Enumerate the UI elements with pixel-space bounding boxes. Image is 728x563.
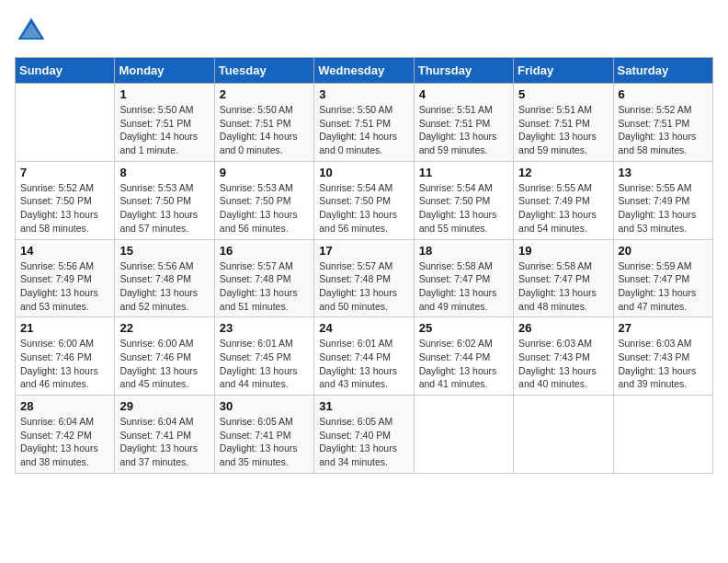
day-info: Sunrise: 6:02 AMSunset: 7:44 PMDaylight:… bbox=[419, 337, 508, 391]
day-info: Sunrise: 6:04 AMSunset: 7:42 PMDaylight:… bbox=[20, 415, 109, 469]
column-header-saturday: Saturday bbox=[613, 58, 712, 84]
day-info: Sunrise: 5:52 AMSunset: 7:50 PMDaylight:… bbox=[20, 181, 109, 236]
calendar-cell: 13Sunrise: 5:55 AMSunset: 7:49 PMDayligh… bbox=[613, 161, 712, 239]
calendar-table: SundayMondayTuesdayWednesdayThursdayFrid… bbox=[15, 57, 713, 474]
calendar-cell: 19Sunrise: 5:58 AMSunset: 7:47 PMDayligh… bbox=[514, 239, 613, 317]
calendar-week-row: 21Sunrise: 6:00 AMSunset: 7:46 PMDayligh… bbox=[16, 317, 713, 396]
day-info: Sunrise: 5:51 AMSunset: 7:51 PMDaylight:… bbox=[518, 103, 608, 157]
day-number: 23 bbox=[220, 321, 309, 335]
calendar-cell: 28Sunrise: 6:04 AMSunset: 7:42 PMDayligh… bbox=[16, 396, 115, 474]
day-info: Sunrise: 5:53 AMSunset: 7:50 PMDaylight:… bbox=[220, 181, 309, 236]
calendar-cell: 11Sunrise: 5:54 AMSunset: 7:50 PMDayligh… bbox=[414, 161, 513, 239]
calendar-cell: 30Sunrise: 6:05 AMSunset: 7:41 PMDayligh… bbox=[214, 396, 313, 474]
day-number: 19 bbox=[518, 244, 608, 258]
day-number: 26 bbox=[518, 321, 608, 335]
day-info: Sunrise: 5:57 AMSunset: 7:48 PMDaylight:… bbox=[319, 259, 408, 314]
day-number: 27 bbox=[619, 321, 708, 335]
day-number: 24 bbox=[319, 321, 408, 335]
day-info: Sunrise: 6:05 AMSunset: 7:41 PMDaylight:… bbox=[220, 415, 309, 469]
day-info: Sunrise: 5:55 AMSunset: 7:49 PMDaylight:… bbox=[619, 181, 708, 236]
day-info: Sunrise: 5:59 AMSunset: 7:47 PMDaylight:… bbox=[619, 259, 708, 314]
day-info: Sunrise: 6:01 AMSunset: 7:45 PMDaylight:… bbox=[220, 337, 309, 391]
calendar-week-row: 1Sunrise: 5:50 AMSunset: 7:51 PMDaylight… bbox=[16, 84, 713, 162]
day-info: Sunrise: 5:54 AMSunset: 7:50 PMDaylight:… bbox=[419, 181, 508, 236]
day-number: 11 bbox=[419, 166, 508, 179]
calendar-cell: 6Sunrise: 5:52 AMSunset: 7:51 PMDaylight… bbox=[613, 84, 712, 162]
calendar-cell: 24Sunrise: 6:01 AMSunset: 7:44 PMDayligh… bbox=[314, 317, 414, 396]
calendar-cell: 10Sunrise: 5:54 AMSunset: 7:50 PMDayligh… bbox=[314, 161, 414, 239]
day-info: Sunrise: 5:56 AMSunset: 7:48 PMDaylight:… bbox=[119, 259, 209, 314]
calendar-cell: 2Sunrise: 5:50 AMSunset: 7:51 PMDaylight… bbox=[214, 84, 313, 162]
calendar-cell bbox=[514, 396, 613, 474]
day-info: Sunrise: 6:03 AMSunset: 7:43 PMDaylight:… bbox=[619, 337, 708, 391]
calendar-cell: 12Sunrise: 5:55 AMSunset: 7:49 PMDayligh… bbox=[514, 161, 613, 239]
calendar-cell: 14Sunrise: 5:56 AMSunset: 7:49 PMDayligh… bbox=[16, 239, 115, 317]
calendar-cell: 27Sunrise: 6:03 AMSunset: 7:43 PMDayligh… bbox=[613, 317, 712, 396]
day-number: 15 bbox=[119, 244, 209, 258]
day-number: 1 bbox=[119, 87, 209, 101]
day-info: Sunrise: 5:55 AMSunset: 7:49 PMDaylight:… bbox=[518, 181, 608, 236]
column-header-tuesday: Tuesday bbox=[214, 58, 313, 84]
column-header-friday: Friday bbox=[514, 58, 613, 84]
day-info: Sunrise: 5:56 AMSunset: 7:49 PMDaylight:… bbox=[20, 259, 109, 314]
calendar-cell: 1Sunrise: 5:50 AMSunset: 7:51 PMDaylight… bbox=[115, 84, 214, 162]
day-info: Sunrise: 5:53 AMSunset: 7:50 PMDaylight:… bbox=[119, 181, 209, 236]
column-header-thursday: Thursday bbox=[414, 58, 513, 84]
day-info: Sunrise: 5:54 AMSunset: 7:50 PMDaylight:… bbox=[319, 181, 408, 236]
day-info: Sunrise: 6:00 AMSunset: 7:46 PMDaylight:… bbox=[119, 337, 209, 391]
column-header-monday: Monday bbox=[115, 58, 214, 84]
day-number: 10 bbox=[319, 166, 408, 179]
day-number: 21 bbox=[20, 321, 109, 335]
day-info: Sunrise: 5:50 AMSunset: 7:51 PMDaylight:… bbox=[119, 103, 209, 157]
calendar-cell: 8Sunrise: 5:53 AMSunset: 7:50 PMDaylight… bbox=[115, 161, 214, 239]
day-number: 20 bbox=[619, 244, 708, 258]
day-info: Sunrise: 5:51 AMSunset: 7:51 PMDaylight:… bbox=[419, 103, 508, 157]
day-info: Sunrise: 6:05 AMSunset: 7:40 PMDaylight:… bbox=[319, 415, 408, 469]
calendar-cell: 7Sunrise: 5:52 AMSunset: 7:50 PMDaylight… bbox=[16, 161, 115, 239]
calendar-cell: 23Sunrise: 6:01 AMSunset: 7:45 PMDayligh… bbox=[214, 317, 313, 396]
day-number: 7 bbox=[20, 166, 109, 179]
calendar-cell: 18Sunrise: 5:58 AMSunset: 7:47 PMDayligh… bbox=[414, 239, 513, 317]
calendar-cell: 31Sunrise: 6:05 AMSunset: 7:40 PMDayligh… bbox=[314, 396, 414, 474]
day-number: 2 bbox=[220, 87, 309, 101]
day-number: 14 bbox=[20, 244, 109, 258]
day-number: 9 bbox=[220, 166, 309, 179]
day-number: 31 bbox=[319, 399, 408, 413]
calendar-cell: 21Sunrise: 6:00 AMSunset: 7:46 PMDayligh… bbox=[16, 317, 115, 396]
calendar-cell: 26Sunrise: 6:03 AMSunset: 7:43 PMDayligh… bbox=[514, 317, 613, 396]
day-number: 16 bbox=[220, 244, 309, 258]
calendar-cell bbox=[613, 396, 712, 474]
calendar-cell: 9Sunrise: 5:53 AMSunset: 7:50 PMDaylight… bbox=[214, 161, 313, 239]
calendar-cell: 4Sunrise: 5:51 AMSunset: 7:51 PMDaylight… bbox=[414, 84, 513, 162]
day-number: 3 bbox=[319, 87, 408, 101]
calendar-week-row: 7Sunrise: 5:52 AMSunset: 7:50 PMDaylight… bbox=[16, 161, 713, 239]
day-number: 25 bbox=[419, 321, 508, 335]
day-number: 29 bbox=[119, 399, 209, 413]
day-info: Sunrise: 5:58 AMSunset: 7:47 PMDaylight:… bbox=[518, 259, 608, 314]
day-info: Sunrise: 5:50 AMSunset: 7:51 PMDaylight:… bbox=[220, 103, 309, 157]
day-info: Sunrise: 6:03 AMSunset: 7:43 PMDaylight:… bbox=[518, 337, 608, 391]
calendar-cell: 16Sunrise: 5:57 AMSunset: 7:48 PMDayligh… bbox=[214, 239, 313, 317]
logo-icon bbox=[15, 15, 48, 48]
day-info: Sunrise: 5:57 AMSunset: 7:48 PMDaylight:… bbox=[220, 259, 309, 314]
calendar-header-row: SundayMondayTuesdayWednesdayThursdayFrid… bbox=[16, 58, 713, 84]
calendar-cell: 22Sunrise: 6:00 AMSunset: 7:46 PMDayligh… bbox=[115, 317, 214, 396]
day-number: 13 bbox=[619, 166, 708, 179]
calendar-cell: 25Sunrise: 6:02 AMSunset: 7:44 PMDayligh… bbox=[414, 317, 513, 396]
column-header-wednesday: Wednesday bbox=[314, 58, 414, 84]
day-info: Sunrise: 6:00 AMSunset: 7:46 PMDaylight:… bbox=[20, 337, 109, 391]
day-number: 4 bbox=[419, 87, 508, 101]
day-number: 5 bbox=[518, 87, 608, 101]
calendar-cell: 5Sunrise: 5:51 AMSunset: 7:51 PMDaylight… bbox=[514, 84, 613, 162]
day-info: Sunrise: 5:52 AMSunset: 7:51 PMDaylight:… bbox=[619, 103, 708, 157]
day-number: 6 bbox=[619, 87, 708, 101]
calendar-cell: 3Sunrise: 5:50 AMSunset: 7:51 PMDaylight… bbox=[314, 84, 414, 162]
day-info: Sunrise: 6:04 AMSunset: 7:41 PMDaylight:… bbox=[119, 415, 209, 469]
day-info: Sunrise: 5:50 AMSunset: 7:51 PMDaylight:… bbox=[319, 103, 408, 157]
calendar-cell: 15Sunrise: 5:56 AMSunset: 7:48 PMDayligh… bbox=[115, 239, 214, 317]
day-number: 30 bbox=[220, 399, 309, 413]
day-number: 18 bbox=[419, 244, 508, 258]
calendar-cell bbox=[16, 84, 115, 162]
column-header-sunday: Sunday bbox=[16, 58, 115, 84]
calendar-week-row: 28Sunrise: 6:04 AMSunset: 7:42 PMDayligh… bbox=[16, 396, 713, 474]
